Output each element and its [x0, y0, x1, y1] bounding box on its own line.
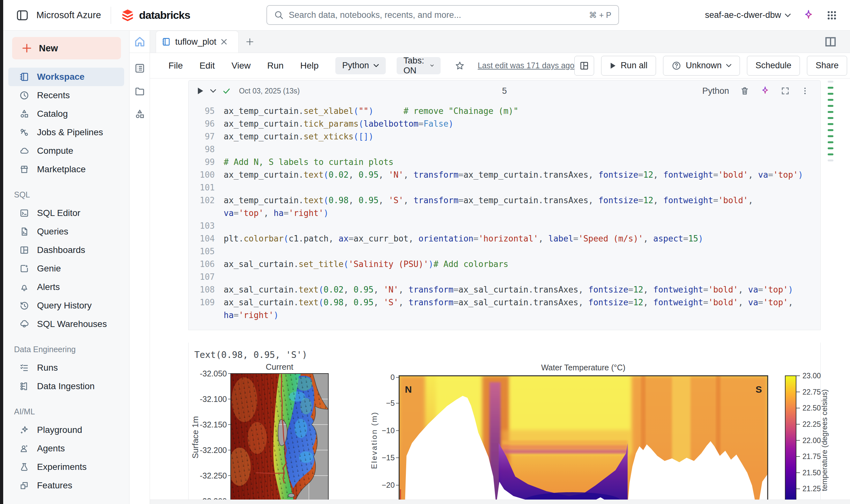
databricks-logo[interactable]: databricks: [121, 8, 190, 22]
minimap-cell-mark[interactable]: [828, 81, 833, 83]
cell-assistant-sparkle-icon[interactable]: [760, 86, 770, 96]
sidebar-item-recents[interactable]: Recents: [8, 86, 124, 105]
sidebar-item-genie[interactable]: Genie: [8, 259, 124, 278]
cell-minimap[interactable]: [828, 81, 833, 161]
last-edit-link[interactable]: Last edit was 171 days ago: [478, 61, 574, 70]
code-text: ax_temp_curtain.tick_params(labelbottom=…: [224, 118, 454, 130]
table-of-contents-button[interactable]: [129, 57, 149, 80]
sidebar-item-jobs-pipelines[interactable]: Jobs & Pipelines: [8, 123, 124, 142]
minimap-cell-mark[interactable]: [828, 93, 833, 95]
sidebar-item-sql-editor[interactable]: SQL Editor: [8, 204, 124, 222]
sidebar-item-query-history[interactable]: Query History: [8, 296, 124, 315]
svg-text:22.50: 22.50: [802, 404, 821, 412]
share-button[interactable]: Share: [807, 56, 847, 76]
code-editor[interactable]: 95ax_temp_curtain.set_xlabel("") # remov…: [189, 102, 820, 330]
catalog-rail-button[interactable]: [129, 103, 149, 126]
sidebar-item-features[interactable]: Features: [8, 476, 124, 495]
code-text: [224, 270, 229, 283]
code-line[interactable]: 97ax_temp_curtain.set_xticks([]): [189, 130, 820, 143]
search-input[interactable]: [289, 10, 589, 20]
warehouse-icon: [19, 319, 29, 329]
code-line[interactable]: 104plt.colorbar(c1.patch, ax=ax_curr_bot…: [189, 232, 820, 245]
folder-button[interactable]: [129, 80, 149, 103]
code-line[interactable]: 100ax_temp_curtain.text(0.02, 0.95, 'N',…: [189, 168, 820, 181]
line-number: 104: [189, 232, 224, 245]
features-icon: [19, 480, 29, 491]
sidebar-item-experiments[interactable]: Experiments: [8, 458, 124, 476]
code-line[interactable]: va='top', ha='right'): [189, 207, 820, 219]
sidebar-item-sql-warehouses[interactable]: SQL Warehouses: [8, 315, 124, 334]
code-line[interactable]: 103: [189, 219, 820, 232]
minimap-cell-mark[interactable]: [828, 147, 833, 149]
line-number: 97: [189, 130, 224, 143]
app-switcher-grid-icon[interactable]: [826, 10, 837, 21]
menu-edit[interactable]: Edit: [199, 60, 215, 71]
minimap-cell-mark[interactable]: [828, 99, 833, 101]
code-line[interactable]: 109ax_sal_curtain.text(0.98, 0.95, 'S', …: [189, 296, 820, 309]
split-view-button[interactable]: [825, 31, 837, 53]
minimap-cell-mark[interactable]: [828, 123, 833, 125]
run-options-chevron-icon[interactable]: [210, 89, 216, 93]
sidebar-item-workspace[interactable]: Workspace: [8, 68, 124, 86]
last-run-info[interactable]: Oct 03, 2025 (13s): [239, 87, 300, 95]
minimap-cell-mark[interactable]: [828, 160, 833, 161]
output-text: Text(0.98, 0.95, 'S'): [189, 343, 820, 361]
language-selector[interactable]: Python: [335, 57, 386, 74]
expand-cell-icon[interactable]: [781, 87, 790, 95]
minimap-cell-mark[interactable]: [828, 141, 833, 143]
code-line[interactable]: 102ax_temp_curtain.text(0.98, 0.95, 'S',…: [189, 194, 820, 207]
menu-help[interactable]: Help: [300, 60, 319, 71]
code-line[interactable]: 108ax_sal_curtain.text(0.02, 0.95, 'N', …: [189, 283, 820, 296]
menu-view[interactable]: View: [231, 60, 250, 71]
code-line[interactable]: 105: [189, 245, 820, 258]
minimap-cell-mark[interactable]: [828, 105, 833, 107]
sidebar-item-agents[interactable]: Agents: [8, 439, 124, 458]
new-button[interactable]: New: [12, 37, 121, 59]
code-line[interactable]: 98: [189, 143, 820, 156]
workspace-switcher[interactable]: seaf-ae-c-dwer-dbw: [705, 10, 791, 20]
sidebar-item-playground[interactable]: Playground: [8, 421, 124, 439]
code-line[interactable]: ha='right'): [189, 309, 820, 322]
code-cell[interactable]: Oct 03, 2025 (13s) 5 Python 95ax_temp_cu…: [188, 80, 821, 330]
minimap-cell-mark[interactable]: [828, 117, 833, 119]
sidebar-item-alerts[interactable]: Alerts: [8, 278, 124, 296]
code-line[interactable]: 107: [189, 270, 820, 283]
schedule-button[interactable]: Schedule: [747, 56, 800, 76]
minimap-cell-mark[interactable]: [828, 129, 833, 131]
sidebar-item-runs[interactable]: Runs: [8, 359, 124, 377]
catalog-icon: [19, 109, 29, 119]
favorite-button[interactable]: [455, 60, 465, 71]
tabs-toggle[interactable]: Tabs: ON: [396, 57, 441, 74]
assistant-sparkle-icon[interactable]: [803, 10, 814, 21]
global-search[interactable]: ⌘ + P: [266, 5, 619, 25]
close-tab-icon[interactable]: [221, 39, 227, 45]
sidebar-toggle-icon[interactable]: [16, 9, 29, 22]
run-all-button[interactable]: Run all: [601, 56, 656, 76]
code-line[interactable]: 99# Add N, S labels to curtain plots: [189, 156, 820, 168]
code-line[interactable]: 96ax_temp_curtain.tick_params(labelbotto…: [189, 118, 820, 130]
minimap-cell-mark[interactable]: [828, 87, 833, 89]
environment-button[interactable]: Unknown: [663, 56, 740, 76]
sidebar-item-queries[interactable]: Queries: [8, 222, 124, 241]
code-line[interactable]: 106ax_sal_curtain.set_title('Salinity (P…: [189, 258, 820, 270]
sidebar-item-compute[interactable]: Compute: [8, 142, 124, 160]
sidebar-item-catalog[interactable]: Catalog: [8, 105, 124, 123]
new-tab-button[interactable]: [239, 31, 261, 53]
sidebar-item-marketplace[interactable]: Marketplace: [8, 160, 124, 179]
menu-file[interactable]: File: [169, 60, 183, 71]
cell-language[interactable]: Python: [702, 86, 729, 96]
minimap-cell-mark[interactable]: [828, 154, 833, 155]
tab-tuflow-plot[interactable]: tuflow_plot: [156, 31, 239, 53]
cell-menu-kebab-icon[interactable]: [800, 87, 810, 95]
minimap-cell-mark[interactable]: [828, 111, 833, 113]
sidebar-item-dashboards[interactable]: Dashboards: [8, 241, 124, 259]
menu-run[interactable]: Run: [267, 60, 284, 71]
code-line[interactable]: 101: [189, 181, 820, 194]
delete-cell-icon[interactable]: [740, 86, 749, 96]
home-button[interactable]: [129, 31, 149, 53]
code-line[interactable]: 95ax_temp_curtain.set_xlabel("") # remov…: [189, 105, 820, 118]
run-cell-icon[interactable]: [197, 87, 204, 95]
sidebar-item-data-ingestion[interactable]: Data Ingestion: [8, 377, 124, 396]
minimap-cell-mark[interactable]: [828, 135, 833, 137]
dashboard-layout-button[interactable]: [574, 56, 594, 76]
